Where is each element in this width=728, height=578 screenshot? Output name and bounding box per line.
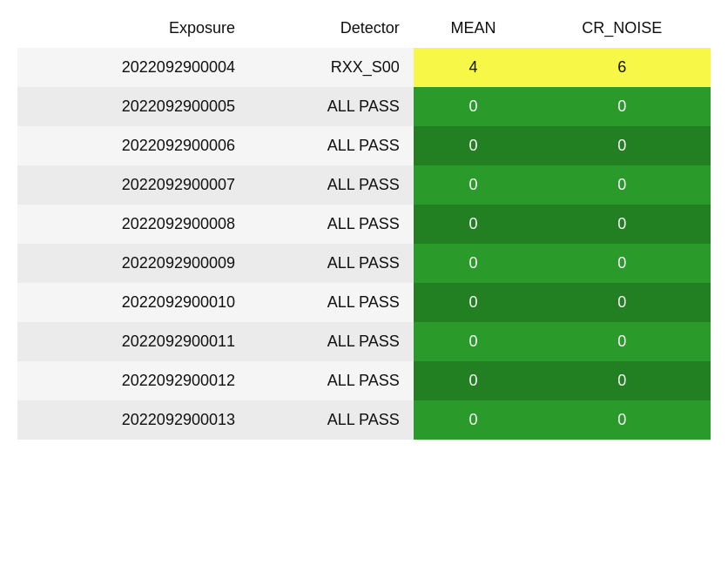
detector-cell: ALL PASS — [249, 283, 414, 322]
table-row: 2022092900004RXX_S0046 — [17, 48, 711, 87]
exposure-cell: 2022092900012 — [17, 361, 249, 400]
cr-noise-cell: 0 — [534, 322, 711, 361]
exposure-cell: 2022092900009 — [17, 244, 249, 283]
detector-cell: ALL PASS — [249, 322, 414, 361]
table-row: 2022092900010ALL PASS00 — [17, 283, 711, 322]
detector-cell: ALL PASS — [249, 165, 414, 205]
detector-cell: ALL PASS — [249, 205, 414, 244]
mean-cell: 0 — [414, 126, 534, 165]
table-body: 2022092900004RXX_S00462022092900005ALL P… — [17, 48, 711, 440]
data-table: Exposure Detector MEAN CR_NOISE 20220929… — [17, 9, 711, 440]
exposure-cell: 2022092900013 — [17, 400, 249, 440]
mean-header: MEAN — [414, 9, 534, 48]
detector-cell: ALL PASS — [249, 244, 414, 283]
detector-cell: ALL PASS — [249, 126, 414, 165]
detector-cell: ALL PASS — [249, 87, 414, 126]
table-row: 2022092900007ALL PASS00 — [17, 165, 711, 205]
mean-cell: 0 — [414, 322, 534, 361]
table-row: 2022092900011ALL PASS00 — [17, 322, 711, 361]
table-row: 2022092900008ALL PASS00 — [17, 205, 711, 244]
cr-noise-cell: 0 — [534, 126, 711, 165]
exposure-cell: 2022092900006 — [17, 126, 249, 165]
mean-cell: 0 — [414, 283, 534, 322]
cr-noise-cell: 0 — [534, 87, 711, 126]
exposure-header: Exposure — [17, 9, 249, 48]
table-row: 2022092900012ALL PASS00 — [17, 361, 711, 400]
cr-noise-cell: 0 — [534, 165, 711, 205]
mean-cell: 4 — [414, 48, 534, 87]
detector-header: Detector — [249, 9, 414, 48]
exposure-cell: 2022092900004 — [17, 48, 249, 87]
cr-noise-cell: 0 — [534, 400, 711, 440]
mean-cell: 0 — [414, 244, 534, 283]
detector-cell: ALL PASS — [249, 361, 414, 400]
table-row: 2022092900006ALL PASS00 — [17, 126, 711, 165]
exposure-cell: 2022092900005 — [17, 87, 249, 126]
cr-noise-header: CR_NOISE — [534, 9, 711, 48]
cr-noise-cell: 0 — [534, 283, 711, 322]
mean-cell: 0 — [414, 361, 534, 400]
exposure-cell: 2022092900011 — [17, 322, 249, 361]
cr-noise-cell: 0 — [534, 361, 711, 400]
cr-noise-cell: 0 — [534, 205, 711, 244]
exposure-cell: 2022092900007 — [17, 165, 249, 205]
mean-cell: 0 — [414, 87, 534, 126]
table-row: 2022092900005ALL PASS00 — [17, 87, 711, 126]
cr-noise-cell: 0 — [534, 244, 711, 283]
exposure-cell: 2022092900008 — [17, 205, 249, 244]
detector-cell: RXX_S00 — [249, 48, 414, 87]
table-container: Exposure Detector MEAN CR_NOISE 20220929… — [0, 0, 728, 578]
table-row: 2022092900013ALL PASS00 — [17, 400, 711, 440]
table-row: 2022092900009ALL PASS00 — [17, 244, 711, 283]
header-row: Exposure Detector MEAN CR_NOISE — [17, 9, 711, 48]
mean-cell: 0 — [414, 400, 534, 440]
mean-cell: 0 — [414, 165, 534, 205]
exposure-cell: 2022092900010 — [17, 283, 249, 322]
cr-noise-cell: 6 — [534, 48, 711, 87]
mean-cell: 0 — [414, 205, 534, 244]
detector-cell: ALL PASS — [249, 400, 414, 440]
